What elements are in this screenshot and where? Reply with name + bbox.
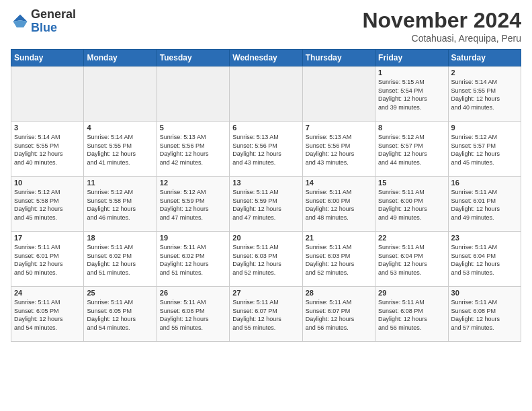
day-cell: 14Sunrise: 5:11 AM Sunset: 6:00 PM Dayli… bbox=[302, 177, 375, 232]
day-cell: 22Sunrise: 5:11 AM Sunset: 6:04 PM Dayli… bbox=[375, 232, 448, 287]
day-info: Sunrise: 5:11 AM Sunset: 6:05 PM Dayligh… bbox=[14, 298, 81, 332]
day-cell: 23Sunrise: 5:11 AM Sunset: 6:04 PM Dayli… bbox=[448, 232, 521, 287]
col-header-thursday: Thursday bbox=[302, 50, 375, 66]
day-cell: 15Sunrise: 5:11 AM Sunset: 6:00 PM Dayli… bbox=[375, 177, 448, 232]
calendar-body: 1Sunrise: 5:15 AM Sunset: 5:54 PM Daylig… bbox=[11, 66, 521, 342]
day-cell: 26Sunrise: 5:11 AM Sunset: 6:06 PM Dayli… bbox=[157, 287, 229, 342]
day-cell: 10Sunrise: 5:12 AM Sunset: 5:58 PM Dayli… bbox=[11, 177, 84, 232]
day-cell bbox=[11, 66, 84, 122]
day-info: Sunrise: 5:12 AM Sunset: 5:57 PM Dayligh… bbox=[451, 133, 518, 167]
day-number: 3 bbox=[14, 124, 81, 132]
week-row-1: 1Sunrise: 5:15 AM Sunset: 5:54 PM Daylig… bbox=[11, 66, 521, 122]
logo: General Blue bbox=[11, 8, 76, 35]
day-number: 8 bbox=[378, 124, 445, 132]
day-cell: 8Sunrise: 5:12 AM Sunset: 5:57 PM Daylig… bbox=[375, 122, 448, 177]
day-cell: 20Sunrise: 5:11 AM Sunset: 6:03 PM Dayli… bbox=[230, 232, 302, 287]
day-cell: 11Sunrise: 5:12 AM Sunset: 5:58 PM Dayli… bbox=[84, 177, 157, 232]
day-cell: 1Sunrise: 5:15 AM Sunset: 5:54 PM Daylig… bbox=[375, 66, 448, 122]
day-info: Sunrise: 5:12 AM Sunset: 5:59 PM Dayligh… bbox=[160, 188, 226, 222]
day-cell: 5Sunrise: 5:13 AM Sunset: 5:56 PM Daylig… bbox=[157, 122, 229, 177]
day-info: Sunrise: 5:11 AM Sunset: 6:00 PM Dayligh… bbox=[306, 188, 372, 222]
day-cell: 17Sunrise: 5:11 AM Sunset: 6:01 PM Dayli… bbox=[11, 232, 84, 287]
day-number: 18 bbox=[87, 234, 153, 242]
day-info: Sunrise: 5:11 AM Sunset: 6:03 PM Dayligh… bbox=[306, 243, 372, 277]
logo-text: General Blue bbox=[31, 8, 76, 35]
day-number: 4 bbox=[87, 124, 153, 132]
day-cell: 24Sunrise: 5:11 AM Sunset: 6:05 PM Dayli… bbox=[11, 287, 84, 342]
day-info: Sunrise: 5:12 AM Sunset: 5:57 PM Dayligh… bbox=[378, 133, 445, 167]
col-header-tuesday: Tuesday bbox=[157, 50, 229, 66]
day-cell: 30Sunrise: 5:11 AM Sunset: 6:08 PM Dayli… bbox=[448, 287, 521, 342]
day-number: 16 bbox=[451, 179, 518, 187]
day-number: 1 bbox=[378, 68, 445, 77]
week-row-5: 24Sunrise: 5:11 AM Sunset: 6:05 PM Dayli… bbox=[11, 287, 521, 342]
day-number: 14 bbox=[306, 179, 372, 187]
day-number: 20 bbox=[232, 234, 299, 242]
day-cell: 28Sunrise: 5:11 AM Sunset: 6:07 PM Dayli… bbox=[302, 287, 375, 342]
day-number: 27 bbox=[232, 289, 299, 297]
day-cell: 27Sunrise: 5:11 AM Sunset: 6:07 PM Dayli… bbox=[230, 287, 302, 342]
col-header-saturday: Saturday bbox=[448, 50, 521, 66]
day-number: 25 bbox=[87, 289, 153, 297]
day-number: 22 bbox=[378, 234, 445, 242]
day-cell: 16Sunrise: 5:11 AM Sunset: 6:01 PM Dayli… bbox=[448, 177, 521, 232]
week-row-3: 10Sunrise: 5:12 AM Sunset: 5:58 PM Dayli… bbox=[11, 177, 521, 232]
day-number: 13 bbox=[232, 179, 299, 187]
day-number: 21 bbox=[306, 234, 372, 242]
day-cell: 9Sunrise: 5:12 AM Sunset: 5:57 PM Daylig… bbox=[448, 122, 521, 177]
day-number: 26 bbox=[160, 289, 226, 297]
svg-marker-1 bbox=[13, 20, 28, 28]
header-row: SundayMondayTuesdayWednesdayThursdayFrid… bbox=[11, 50, 521, 66]
day-cell bbox=[230, 66, 302, 122]
day-info: Sunrise: 5:11 AM Sunset: 6:04 PM Dayligh… bbox=[451, 243, 518, 277]
col-header-wednesday: Wednesday bbox=[230, 50, 302, 66]
day-info: Sunrise: 5:11 AM Sunset: 6:06 PM Dayligh… bbox=[160, 298, 226, 332]
day-number: 5 bbox=[160, 124, 226, 132]
week-row-4: 17Sunrise: 5:11 AM Sunset: 6:01 PM Dayli… bbox=[11, 232, 521, 287]
logo-general: General bbox=[31, 8, 76, 21]
calendar-header: SundayMondayTuesdayWednesdayThursdayFrid… bbox=[11, 50, 521, 66]
day-number: 12 bbox=[160, 179, 226, 187]
day-cell: 7Sunrise: 5:13 AM Sunset: 5:56 PM Daylig… bbox=[302, 122, 375, 177]
day-cell: 18Sunrise: 5:11 AM Sunset: 6:02 PM Dayli… bbox=[84, 232, 157, 287]
day-number: 28 bbox=[306, 289, 372, 297]
day-number: 19 bbox=[160, 234, 226, 242]
logo-icon bbox=[11, 12, 30, 31]
day-info: Sunrise: 5:12 AM Sunset: 5:58 PM Dayligh… bbox=[14, 188, 81, 222]
day-cell: 6Sunrise: 5:13 AM Sunset: 5:56 PM Daylig… bbox=[230, 122, 302, 177]
day-number: 17 bbox=[14, 234, 81, 242]
day-cell bbox=[84, 66, 157, 122]
day-info: Sunrise: 5:11 AM Sunset: 6:00 PM Dayligh… bbox=[378, 188, 445, 222]
day-number: 7 bbox=[306, 124, 372, 132]
day-number: 29 bbox=[378, 289, 445, 297]
header: General Blue November 2024 Cotahuasi, Ar… bbox=[11, 8, 521, 44]
day-number: 30 bbox=[451, 289, 518, 297]
day-info: Sunrise: 5:15 AM Sunset: 5:54 PM Dayligh… bbox=[378, 78, 445, 111]
day-info: Sunrise: 5:13 AM Sunset: 5:56 PM Dayligh… bbox=[306, 133, 372, 167]
col-header-monday: Monday bbox=[84, 50, 157, 66]
day-info: Sunrise: 5:14 AM Sunset: 5:55 PM Dayligh… bbox=[14, 133, 81, 167]
day-cell: 29Sunrise: 5:11 AM Sunset: 6:08 PM Dayli… bbox=[375, 287, 448, 342]
col-header-sunday: Sunday bbox=[11, 50, 84, 66]
day-number: 6 bbox=[232, 124, 299, 132]
day-info: Sunrise: 5:11 AM Sunset: 6:03 PM Dayligh… bbox=[232, 243, 299, 277]
day-info: Sunrise: 5:11 AM Sunset: 6:07 PM Dayligh… bbox=[232, 298, 299, 332]
day-cell bbox=[157, 66, 229, 122]
day-number: 23 bbox=[451, 234, 518, 242]
day-info: Sunrise: 5:11 AM Sunset: 6:01 PM Dayligh… bbox=[14, 243, 81, 277]
day-info: Sunrise: 5:11 AM Sunset: 6:04 PM Dayligh… bbox=[378, 243, 445, 277]
location-subtitle: Cotahuasi, Arequipa, Peru bbox=[362, 33, 521, 44]
day-cell: 3Sunrise: 5:14 AM Sunset: 5:55 PM Daylig… bbox=[11, 122, 84, 177]
day-info: Sunrise: 5:11 AM Sunset: 6:05 PM Dayligh… bbox=[87, 298, 153, 332]
day-cell: 12Sunrise: 5:12 AM Sunset: 5:59 PM Dayli… bbox=[157, 177, 229, 232]
day-info: Sunrise: 5:11 AM Sunset: 6:07 PM Dayligh… bbox=[306, 298, 372, 332]
day-cell bbox=[302, 66, 375, 122]
calendar: SundayMondayTuesdayWednesdayThursdayFrid… bbox=[11, 49, 521, 342]
day-number: 15 bbox=[378, 179, 445, 187]
day-number: 11 bbox=[87, 179, 153, 187]
day-info: Sunrise: 5:14 AM Sunset: 5:55 PM Dayligh… bbox=[87, 133, 153, 167]
day-number: 24 bbox=[14, 289, 81, 297]
day-info: Sunrise: 5:13 AM Sunset: 5:56 PM Dayligh… bbox=[160, 133, 226, 167]
logo-blue: Blue bbox=[31, 21, 76, 35]
col-header-friday: Friday bbox=[375, 50, 448, 66]
